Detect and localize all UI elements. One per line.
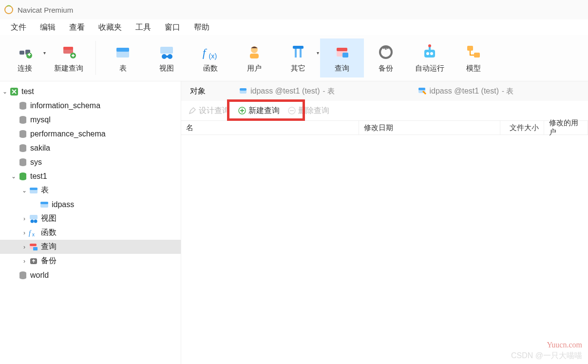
query-icon	[333, 43, 351, 61]
svg-rect-33	[467, 46, 473, 51]
list-body-empty	[181, 135, 588, 364]
plus-circle-icon	[238, 106, 247, 115]
database-open-icon	[18, 171, 28, 182]
connection-tree: ⌄ test information_schema mysql performa…	[0, 81, 181, 364]
svg-rect-28	[424, 50, 435, 57]
tree-db-sakila[interactable]: sakila	[0, 141, 181, 155]
tb-view[interactable]: 视图	[145, 38, 189, 77]
tree-db-performance-schema[interactable]: performance_schema	[0, 127, 181, 141]
tb-user[interactable]: 用户	[232, 38, 276, 77]
chevron-right-icon[interactable]: ›	[20, 258, 28, 265]
svg-point-38	[19, 107, 26, 110]
svg-rect-16	[164, 56, 170, 57]
tree-queries[interactable]: › 查询	[0, 240, 181, 254]
main-panel: 对象 idpass @test1 (test) - 表 idpass @test…	[181, 81, 588, 364]
chevron-down-icon: ▾	[43, 50, 46, 56]
menu-file[interactable]: 文件	[4, 20, 33, 35]
svg-rect-34	[474, 53, 480, 57]
chevron-right-icon[interactable]: ›	[20, 230, 28, 236]
col-moduser[interactable]: 修改的用户	[544, 121, 588, 134]
chevron-down-icon: ▾	[317, 50, 319, 56]
tb-model[interactable]: 模型	[452, 38, 495, 77]
tab-strip: 对象 idpass @test1 (test) - 表 idpass @test…	[181, 81, 588, 101]
svg-text:f: f	[203, 46, 208, 59]
tree-tables[interactable]: ⌄ 表	[0, 183, 181, 197]
col-name[interactable]: 名	[181, 121, 359, 134]
tb-connection[interactable]: 连接 ▾	[3, 38, 47, 77]
action-design-query[interactable]: 设计查询	[185, 106, 233, 116]
toolbar: 连接 ▾ 新建查询 表 视图 f(x) 函数 用户 其它 ▾ 查询 备份 自动运…	[0, 35, 588, 81]
action-new-query[interactable]: 新建查询	[235, 106, 283, 116]
tab-objects[interactable]: 对象	[181, 81, 230, 101]
table-icon	[114, 43, 132, 61]
svg-rect-20	[250, 54, 259, 58]
pencil-icon	[188, 106, 197, 115]
database-icon	[18, 115, 28, 125]
svg-rect-5	[29, 53, 30, 56]
tb-query[interactable]: 查询	[320, 38, 364, 77]
menu-view[interactable]: 查看	[62, 20, 92, 35]
menu-help[interactable]: 帮助	[187, 20, 216, 35]
svg-rect-10	[73, 54, 74, 57]
chevron-right-icon[interactable]: ›	[20, 215, 28, 222]
menu-bar: 文件 编辑 查看 收藏夹 工具 窗口 帮助	[0, 19, 588, 35]
svg-rect-55	[30, 188, 38, 190]
svg-point-69	[19, 276, 26, 279]
query-group-icon	[28, 242, 39, 252]
chevron-right-icon[interactable]: ›	[20, 244, 28, 250]
tree-connection[interactable]: ⌄ test	[0, 84, 181, 98]
app-title: Navicat Premium	[18, 6, 73, 14]
svg-rect-1	[19, 51, 24, 55]
plug-icon	[16, 43, 34, 61]
tree-db-sys[interactable]: sys	[0, 155, 181, 169]
tb-autorun[interactable]: 自动运行	[408, 38, 452, 77]
tree-db-mysql[interactable]: mysql	[0, 113, 181, 127]
tree-table-idpass[interactable]: idpass	[0, 197, 181, 211]
chevron-down-icon[interactable]: ⌄	[20, 187, 28, 194]
svg-rect-57	[40, 202, 48, 204]
tb-new-query[interactable]: 新建查询	[47, 38, 91, 77]
svg-point-53	[19, 177, 26, 180]
tree-db-test1[interactable]: ⌄ test1	[0, 169, 181, 183]
svg-rect-71	[240, 88, 247, 91]
svg-point-32	[428, 44, 431, 47]
action-bar: 设计查询 新建查询 删除查询	[181, 101, 588, 120]
tree-db-information-schema[interactable]: information_schema	[0, 98, 181, 113]
menu-favorites[interactable]: 收藏夹	[92, 20, 129, 35]
tb-table[interactable]: 表	[101, 38, 145, 77]
watermark-csdn: CSDN @一只大喵喵	[511, 351, 582, 361]
tree-backup[interactable]: › 备份	[0, 254, 181, 268]
col-modified[interactable]: 修改日期	[359, 121, 500, 134]
tools-icon	[289, 43, 307, 61]
fx-group-icon: fx	[28, 228, 39, 238]
col-filesize[interactable]: 文件大小	[500, 121, 544, 134]
connection-icon	[9, 86, 19, 97]
svg-point-50	[19, 163, 26, 166]
action-delete-query[interactable]: 删除查询	[285, 106, 332, 116]
chevron-down-icon[interactable]: ⌄	[10, 173, 18, 180]
chevron-down-icon[interactable]: ⌄	[1, 88, 9, 95]
svg-rect-58	[30, 215, 38, 219]
tab-idpass-1[interactable]: idpass @test1 (test) - 表	[230, 81, 409, 101]
table-item-icon	[39, 199, 50, 210]
tb-function[interactable]: f(x) 函数	[189, 38, 232, 77]
menu-tools[interactable]: 工具	[129, 20, 158, 35]
menu-edit[interactable]: 编辑	[33, 20, 62, 35]
svg-point-60	[34, 219, 38, 223]
svg-text:f: f	[29, 230, 32, 237]
tb-other[interactable]: 其它 ▾	[276, 38, 320, 77]
tree-views[interactable]: › 视图	[0, 211, 181, 226]
menu-window[interactable]: 窗口	[158, 20, 187, 35]
tree-db-world[interactable]: world	[0, 268, 181, 282]
svg-rect-64	[30, 244, 37, 246]
svg-point-30	[430, 52, 433, 55]
tb-backup[interactable]: 备份	[364, 38, 408, 77]
svg-point-29	[426, 52, 429, 55]
svg-rect-25	[337, 48, 347, 51]
backup-group-icon	[28, 256, 39, 267]
tree-functions[interactable]: › fx 函数	[0, 226, 181, 240]
list-header: 名 修改日期 文件大小 修改的用户	[181, 120, 588, 135]
tab-idpass-2[interactable]: idpass @test1 (test) - 表	[409, 81, 588, 101]
view-group-icon	[28, 213, 39, 224]
database-icon	[18, 270, 28, 281]
